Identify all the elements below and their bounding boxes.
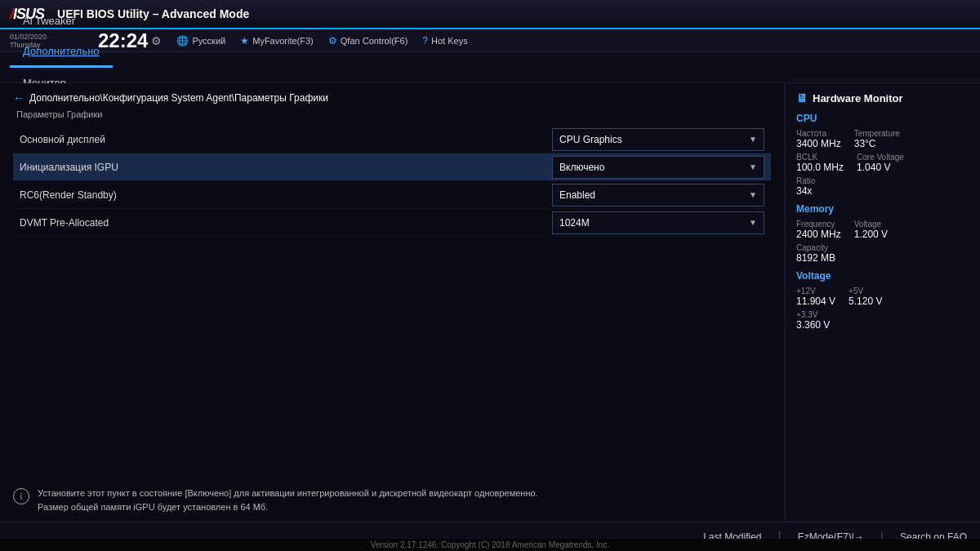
myfavorite-item[interactable]: ★ MyFavorite(F3) xyxy=(240,35,314,47)
hw-item: BCLK100.0 MHz xyxy=(796,153,844,173)
section-label: Параметры Графики xyxy=(13,109,771,119)
hw-item: Core Voltage1.040 V xyxy=(857,153,904,173)
info-icon: i xyxy=(13,488,29,504)
setting-value-rc6[interactable]: Enabled▼ xyxy=(552,184,764,207)
hw-row: Частота3400 MHzTemperature33°C xyxy=(796,129,969,149)
dropdown-dvmt[interactable]: 1024M▼ xyxy=(552,211,764,234)
setting-label-igpu-init: Инициализация IGPU xyxy=(20,162,552,173)
star-icon: ★ xyxy=(240,35,249,47)
setting-label-rc6: RC6(Render Standby) xyxy=(20,189,552,201)
setting-label-dvmt: DVMT Pre-Allocated xyxy=(20,217,552,229)
setting-label-primary-display: Основной дисплей xyxy=(20,134,552,145)
globe-icon: 🌐 xyxy=(176,35,189,47)
hw-item: Ratio34x xyxy=(796,176,815,197)
gear-icon: ⚙ xyxy=(151,34,162,47)
dropdown-primary-display[interactable]: CPU Graphics▼ xyxy=(552,128,764,151)
second-bar: 01/02/2020 Thursday 22:24 ⚙ 🌐 Русский ★ … xyxy=(0,29,980,52)
monitor-icon: 🖥 xyxy=(796,91,808,104)
hw-row: Frequency2400 MHzVoltage1.200 V xyxy=(796,220,969,240)
setting-value-dvmt[interactable]: 1024M▼ xyxy=(552,211,764,234)
hw-item: Частота3400 MHz xyxy=(796,129,841,149)
setting-row-dvmt[interactable]: DVMT Pre-Allocated1024M▼ xyxy=(13,209,771,237)
main-panel: ← Дополнительно\Конфигурация System Agen… xyxy=(0,83,784,522)
chevron-down-icon: ▼ xyxy=(749,218,757,227)
hw-section-voltage: Voltage xyxy=(796,270,969,282)
content-wrapper: ← Дополнительно\Конфигурация System Agen… xyxy=(0,83,980,522)
hw-section-memory: Memory xyxy=(796,203,969,215)
main-nav: ИзбранноеMainAi TweakerДополнительноМони… xyxy=(0,52,980,83)
hw-monitor-content: CPUЧастота3400 MHzTemperature33°CBCLK100… xyxy=(796,113,969,331)
hw-item: +5V5.120 V xyxy=(849,287,882,307)
setting-value-primary-display[interactable]: CPU Graphics▼ xyxy=(552,128,764,151)
key-icon: ? xyxy=(422,35,428,47)
nav-item-advanced[interactable]: Дополнительно xyxy=(10,37,113,68)
hw-item: +3.3V3.360 V xyxy=(796,310,830,331)
hw-monitor-title: 🖥 Hardware Monitor xyxy=(796,91,969,104)
info-box: i Установите этот пункт в состояние [Вкл… xyxy=(0,487,784,513)
language-item[interactable]: 🌐 Русский xyxy=(176,35,225,47)
back-button[interactable]: ← xyxy=(13,91,24,104)
setting-row-rc6[interactable]: RC6(Render Standby)Enabled▼ xyxy=(13,181,771,209)
qfan-item[interactable]: ⚙ Qfan Control(F6) xyxy=(328,35,408,47)
chevron-down-icon: ▼ xyxy=(749,135,757,144)
hw-item: Temperature33°C xyxy=(854,129,900,149)
dropdown-igpu-init[interactable]: Включено▼ xyxy=(552,156,764,179)
breadcrumb: ← Дополнительно\Конфигурация System Agen… xyxy=(13,91,771,104)
dropdown-rc6[interactable]: Enabled▼ xyxy=(552,184,764,207)
hw-item: Voltage1.200 V xyxy=(854,220,888,240)
chevron-down-icon: ▼ xyxy=(749,162,757,171)
top-bar: /ISUS UEFI BIOS Utility – Advanced Mode xyxy=(0,0,980,29)
hw-monitor-panel: 🖥 Hardware Monitor CPUЧастота3400 MHzTem… xyxy=(784,83,980,522)
hotkeys-item[interactable]: ? Hot Keys xyxy=(422,35,467,47)
chevron-down-icon: ▼ xyxy=(749,190,757,199)
hw-row: Ratio34x xyxy=(796,176,969,197)
version-footer: Version 2.17.1246. Copyright (C) 2018 Am… xyxy=(0,539,980,551)
breadcrumb-path: Дополнительно\Конфигурация System Agent\… xyxy=(29,92,328,104)
hw-row: BCLK100.0 MHzCore Voltage1.040 V xyxy=(796,153,969,173)
hw-row: +12V11.904 V+5V5.120 V xyxy=(796,287,969,307)
settings-list: Основной дисплейCPU Graphics▼Инициализац… xyxy=(13,126,771,237)
hw-item: Frequency2400 MHz xyxy=(796,220,841,240)
fan-icon: ⚙ xyxy=(328,35,337,47)
hw-section-cpu: CPU xyxy=(796,113,969,124)
setting-row-igpu-init[interactable]: Инициализация IGPUВключено▼ xyxy=(13,153,771,181)
hw-item: Capacity8192 MB xyxy=(796,243,835,264)
setting-row-primary-display[interactable]: Основной дисплейCPU Graphics▼ xyxy=(13,126,771,153)
setting-value-igpu-init[interactable]: Включено▼ xyxy=(552,156,764,179)
hw-row: Capacity8192 MB xyxy=(796,243,969,264)
nav-item-ai-tweaker[interactable]: Ai Tweaker xyxy=(10,6,113,37)
info-text: Установите этот пункт в состояние [Включ… xyxy=(38,487,538,513)
hw-row: +3.3V3.360 V xyxy=(796,310,969,331)
hw-item: +12V11.904 V xyxy=(796,287,835,307)
